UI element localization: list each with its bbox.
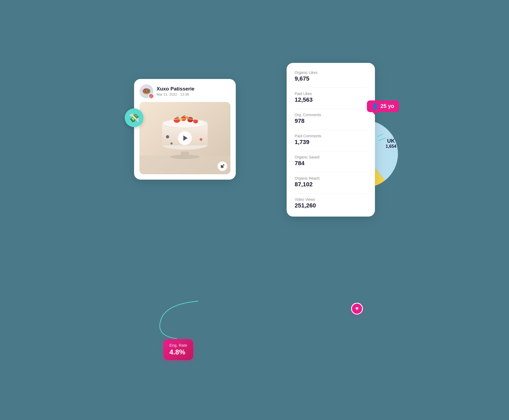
svg-point-11	[179, 118, 183, 121]
stat-item: Paid Likes 12,563	[295, 92, 367, 103]
stat-item: Video Views 251,260	[295, 197, 367, 209]
post-date: Mar 21, 2022 - 13:38	[157, 92, 195, 96]
engagement-rate-badge: Eng. Rate 4.8%	[164, 339, 193, 360]
stat-label: Org. Comments	[295, 113, 367, 117]
external-link-icon	[220, 164, 225, 168]
stat-divider	[295, 151, 367, 151]
person-icon: 👤	[372, 103, 378, 109]
main-scene: 💸 🍩 Xuxo Patisserie Mar 21, 2022 - 13:38	[134, 63, 375, 357]
svg-point-7	[174, 118, 180, 123]
stat-value: 87,102	[295, 181, 367, 188]
stat-divider	[295, 172, 367, 172]
decorative-curve	[145, 298, 204, 341]
stat-divider	[295, 130, 367, 130]
avatar-emoji: 🍩	[142, 88, 151, 95]
stat-item: Organic Reach 87,102	[295, 176, 367, 188]
stat-label: Paid Comments	[295, 134, 367, 138]
accent-lines	[375, 133, 391, 149]
stat-label: Paid Likes	[295, 92, 367, 96]
play-button[interactable]	[178, 131, 192, 145]
stat-label: Organic Likes	[295, 70, 367, 75]
external-link-button[interactable]	[218, 161, 227, 171]
stat-value: 251,260	[295, 202, 367, 209]
stat-value: 1,739	[295, 139, 367, 146]
svg-point-3	[170, 155, 200, 159]
stat-item: Organic Likes 9,675	[295, 70, 367, 82]
svg-point-13	[166, 135, 169, 138]
post-card-header: 🍩 Xuxo Patisserie Mar 21, 2022 - 13:38	[139, 84, 230, 98]
svg-line-18	[378, 134, 383, 137]
account-name: Xuxo Patisserie	[157, 86, 195, 92]
stat-value: 9,675	[295, 75, 367, 82]
post-card-meta: Xuxo Patisserie Mar 21, 2022 - 13:38	[157, 86, 195, 96]
stats-card: Organic Likes 9,675 Paid Likes 12,563 Or…	[287, 63, 375, 217]
stat-item: Organic Saved 784	[295, 155, 367, 167]
stat-label: Video Views	[295, 197, 367, 202]
post-card: 🍩 Xuxo Patisserie Mar 21, 2022 - 13:38	[134, 79, 236, 180]
post-image	[139, 102, 230, 174]
svg-point-12	[186, 116, 188, 119]
stat-divider	[295, 109, 367, 109]
svg-line-19	[379, 138, 386, 141]
stat-divider	[295, 193, 367, 194]
heart-badge: ♥	[351, 303, 363, 315]
flying-money-badge: 💸	[125, 108, 143, 127]
instagram-icon	[150, 94, 153, 97]
age-text: 25 yo	[381, 103, 394, 109]
svg-point-14	[200, 138, 202, 141]
stat-label: Organic Reach	[295, 176, 367, 180]
svg-point-15	[170, 142, 173, 145]
flying-money-emoji: 💸	[129, 113, 139, 123]
stat-item: Paid Comments 1,739	[295, 134, 367, 146]
engagement-rate-label: Eng. Rate	[169, 343, 187, 347]
stat-label: Organic Saved	[295, 155, 367, 159]
stat-value: 12,563	[295, 96, 367, 103]
stat-value: 978	[295, 118, 367, 124]
stat-divider	[295, 88, 367, 88]
instagram-badge	[149, 93, 154, 99]
stat-value: 784	[295, 160, 367, 167]
age-badge: 👤 25 yo	[367, 100, 399, 112]
stat-item: Org. Comments 978	[295, 113, 367, 124]
avatar-container: 🍩	[139, 84, 153, 98]
heart-icon: ♥	[355, 305, 359, 312]
engagement-rate-value: 4.8%	[169, 348, 187, 356]
